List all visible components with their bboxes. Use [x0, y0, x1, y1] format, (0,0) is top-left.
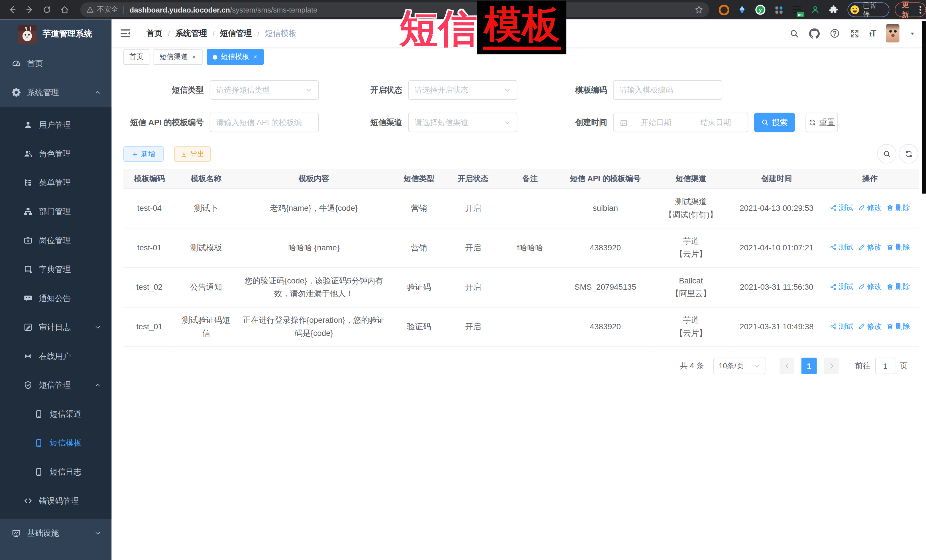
edit-action-button[interactable]: 修改	[858, 202, 882, 213]
page-number-current[interactable]: 1	[802, 358, 817, 374]
page-content: 短信类型 请选择短信类型 开启状态 请选择开启状态 模板编码 短信 API 的模…	[112, 67, 926, 560]
create-time-label: 创建时间	[525, 113, 607, 132]
extension-y-icon[interactable]: y	[755, 5, 766, 15]
profile-paused-badge[interactable]: 已暂停	[847, 2, 889, 17]
sidebar-item-sms-template[interactable]: 短信模板	[0, 429, 112, 457]
sidebar-item-home[interactable]: 首页	[0, 49, 112, 78]
font-size-icon[interactable]: tT	[869, 28, 876, 38]
navbar: 首页 / 系统管理 / 短信管理 / 短信模板 tT	[112, 20, 926, 47]
share-icon	[830, 243, 837, 251]
sidebar-item-infrastructure[interactable]: 基础设施	[0, 519, 112, 548]
help-icon[interactable]	[830, 28, 840, 38]
template-code-input[interactable]	[614, 81, 722, 99]
api-template-id-label: 短信 API 的模板编号	[112, 113, 204, 132]
trash-icon	[887, 204, 894, 211]
test-action-button[interactable]: 测试	[830, 202, 853, 213]
table-search-toggle-button[interactable]	[877, 144, 896, 163]
search-button[interactable]: 搜索	[754, 113, 795, 132]
bookmark-star-icon[interactable]	[694, 5, 703, 14]
sidebar-item-menus[interactable]: 菜单管理	[0, 168, 112, 198]
breadcrumb-home[interactable]: 首页	[147, 28, 162, 39]
trash-icon	[887, 323, 894, 330]
edit-action-button[interactable]: 修改	[858, 241, 882, 253]
sms-template-table: 模板编码 模板名称 模板内容 短信类型 开启状态 备注 短信 API 的模板编号…	[123, 169, 919, 347]
badge-icon	[24, 236, 32, 245]
tags-view-bar: 首页 短信渠道 短信模板	[112, 47, 926, 67]
end-date-placeholder[interactable]: 结束日期	[690, 117, 742, 128]
browser-forward-button[interactable]	[22, 2, 37, 17]
github-icon[interactable]	[809, 28, 820, 38]
sms-type-select[interactable]: 请选择短信类型	[210, 80, 319, 100]
logo-rabbit-avatar	[18, 25, 36, 44]
edit-action-button[interactable]: 修改	[858, 281, 882, 293]
sidebar-item-sms[interactable]: 短信管理	[0, 371, 112, 400]
table-refresh-button[interactable]	[899, 144, 918, 163]
sidebar-item-sms-channel[interactable]: 短信渠道	[0, 400, 112, 429]
extension-person-icon[interactable]	[810, 5, 820, 15]
screen: 不安全 dashboard.yudao.iocoder.cn/system/sm…	[0, 0, 926, 560]
browser-menu-kebab-icon[interactable]	[920, 6, 921, 14]
sidebar-item-posts[interactable]: 岗位管理	[0, 226, 112, 255]
sidebar-item-online-users[interactable]: 在线用户	[0, 342, 112, 371]
add-button[interactable]: 新增	[123, 146, 163, 162]
screen-edge-artifact	[922, 21, 926, 194]
browser-update-button[interactable]: 更新	[895, 2, 926, 17]
avatar-caret-down-icon[interactable]	[909, 30, 915, 36]
start-date-placeholder[interactable]: 开始日期	[630, 117, 682, 128]
sidebar-item-error-codes[interactable]: 错误码管理	[0, 486, 112, 515]
active-dot	[213, 55, 218, 60]
sidebar-item-announcements[interactable]: 通知公告	[0, 284, 112, 313]
test-action-button[interactable]: 测试	[830, 320, 853, 332]
delete-action-button[interactable]: 删除	[887, 320, 910, 332]
shield-check-icon	[24, 381, 32, 389]
goto-page-input[interactable]	[875, 358, 895, 374]
breadcrumb-system[interactable]: 系统管理	[175, 28, 207, 39]
extension-gem-icon[interactable]	[737, 5, 747, 15]
sidebar-item-dictionary[interactable]: 字典管理	[0, 255, 112, 284]
mobile-icon	[34, 410, 43, 418]
tab-home[interactable]: 首页	[123, 49, 149, 65]
edit-action-button[interactable]: 修改	[858, 320, 882, 332]
sidebar-item-sms-log[interactable]: 短信日志	[0, 457, 112, 486]
emoji-avatar-icon	[850, 5, 859, 15]
table-row: test_01 测试验证码短信 正在进行登录操作{operation}，您的验证…	[123, 307, 919, 347]
channel-select[interactable]: 请选择短信渠道	[408, 113, 517, 132]
sidebar-item-departments[interactable]: 部门管理	[0, 197, 112, 226]
breadcrumb-sms[interactable]: 短信管理	[220, 28, 252, 39]
page-size-select[interactable]: 10条/页	[713, 358, 765, 374]
sidebar-item-system[interactable]: 系统管理	[0, 78, 112, 107]
browser-back-button[interactable]	[5, 2, 20, 17]
page-unit-label: 页	[900, 361, 908, 371]
fullscreen-icon[interactable]	[850, 29, 859, 38]
reset-button[interactable]: 重置	[805, 113, 838, 132]
tab-sms-channel[interactable]: 短信渠道	[154, 49, 203, 65]
delete-action-button[interactable]: 删除	[887, 241, 910, 253]
extension-grid-icon[interactable]	[773, 5, 784, 15]
hamburger-icon[interactable]	[120, 28, 131, 39]
user-avatar[interactable]	[886, 24, 899, 42]
status-select[interactable]: 请选择开启状态	[408, 80, 517, 100]
address-bar[interactable]: 不安全 dashboard.yudao.iocoder.cn/system/sm…	[80, 2, 709, 17]
api-template-id-input[interactable]	[210, 113, 318, 131]
browser-home-button[interactable]	[57, 2, 72, 17]
search-icon[interactable]	[790, 29, 799, 38]
browser-reload-button[interactable]	[39, 2, 55, 17]
sidebar: 芋道管理系统 首页 系统管理 用户管理 角色管理 菜单管理	[0, 20, 112, 560]
close-icon[interactable]	[191, 54, 197, 60]
prev-page-button[interactable]	[779, 358, 794, 374]
tab-sms-template[interactable]: 短信模板	[207, 49, 264, 65]
extensions-puzzle-icon[interactable]	[828, 5, 839, 15]
sidebar-item-roles[interactable]: 角色管理	[0, 139, 112, 168]
create-time-range-picker[interactable]: 开始日期 - 结束日期	[613, 113, 749, 132]
extension-list-on-icon[interactable]: on	[792, 5, 802, 15]
extension-ring-icon[interactable]	[719, 5, 729, 15]
sidebar-item-audit-log[interactable]: 审计日志	[0, 313, 112, 342]
export-button[interactable]: 导出	[174, 146, 210, 162]
delete-action-button[interactable]: 删除	[887, 281, 910, 293]
test-action-button[interactable]: 测试	[830, 281, 853, 293]
sidebar-item-users[interactable]: 用户管理	[0, 110, 112, 139]
next-page-button[interactable]	[824, 358, 839, 374]
delete-action-button[interactable]: 删除	[887, 202, 910, 213]
test-action-button[interactable]: 测试	[830, 241, 853, 253]
close-icon[interactable]	[253, 54, 258, 60]
